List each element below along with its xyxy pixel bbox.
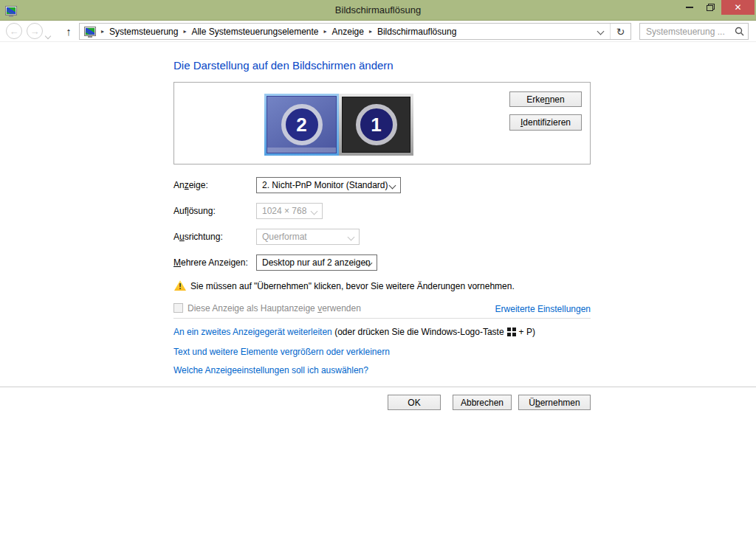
detect-button[interactable]: Erkennen	[509, 91, 582, 107]
monitor-1-thumbnail[interactable]: 1	[339, 94, 413, 156]
advanced-settings-link[interactable]: Erweiterte Einstellungen	[495, 304, 591, 314]
project-to-second-display-link[interactable]: An ein zweites Anzeigegerät weiterleiten	[173, 327, 332, 337]
multiple-displays-label: Mehrere Anzeigen:	[173, 257, 248, 268]
apply-button[interactable]: Übernehmen	[518, 395, 591, 410]
refresh-button[interactable]: ↻	[610, 24, 630, 39]
identify-button[interactable]: Identifizieren	[509, 114, 582, 131]
breadcrumb-item-systemsteuerung[interactable]: Systemsteuerung	[109, 27, 178, 37]
resolution-dropdown[interactable]: 1024 × 768	[256, 203, 323, 219]
warning-text: Sie müssen auf "Übernehmen" klicken, bev…	[190, 281, 515, 291]
main-display-checkbox-label: Diese Anzeige als Hauptanzeige verwenden	[188, 303, 361, 313]
display-label: Anzeige:	[173, 180, 208, 190]
cancel-button[interactable]: Abbrechen	[453, 395, 512, 410]
monitor-2-screen: 2	[267, 96, 337, 153]
display-settings-help-link[interactable]: Welche Anzeigeeinstellungen soll ich aus…	[173, 365, 368, 375]
search-box	[639, 23, 749, 40]
windows-logo-icon	[507, 328, 516, 336]
resize-text-link[interactable]: Text und weitere Elemente vergrößern ode…	[173, 347, 390, 357]
display-settings-icon	[84, 27, 96, 36]
project-link-row: An ein zweites Anzeigegerät weiterleiten…	[173, 326, 535, 337]
multiple-displays-dropdown-value: Desktop nur auf 2 anzeigen	[262, 257, 371, 268]
main-display-checkbox[interactable]	[173, 303, 183, 313]
forward-button[interactable]: →	[27, 23, 43, 39]
breadcrumb-separator-icon: ▸	[369, 28, 372, 35]
address-dropdown-button[interactable]	[591, 29, 610, 34]
orientation-dropdown[interactable]: Querformat	[256, 229, 360, 245]
restore-button[interactable]	[700, 0, 721, 15]
ok-button[interactable]: OK	[388, 395, 441, 410]
window: Bildschirmauflösung ✕ ← → ↑ ▸ Systemsteu…	[0, 0, 756, 537]
restore-icon	[707, 4, 715, 11]
breadcrumb-item-alle-elemente[interactable]: Alle Systemsteuerungselemente	[191, 27, 318, 37]
display-dropdown[interactable]: 2. Nicht-PnP Monitor (Standard)	[256, 177, 401, 193]
breadcrumb-item-anzeige[interactable]: Anzeige	[332, 27, 364, 37]
warning-icon: !	[174, 280, 186, 291]
search-icon	[730, 27, 748, 36]
monitor-2-thumbnail[interactable]: 2	[264, 94, 339, 156]
titlebar: Bildschirmauflösung ✕	[0, 0, 756, 21]
resize-text-link-row: Text und weitere Elemente vergrößern ode…	[173, 344, 390, 358]
close-icon: ✕	[734, 2, 741, 13]
page-title: Die Darstellung auf den Bildschirmen änd…	[173, 59, 394, 72]
back-button[interactable]: ←	[6, 23, 22, 39]
section-divider	[173, 318, 591, 319]
resolution-label: Auflösung:	[173, 206, 216, 216]
toolbar: ← → ↑ ▸ Systemsteuerung ▸ Alle Systemste…	[0, 21, 756, 42]
back-icon: ←	[10, 26, 19, 37]
chevron-down-icon	[45, 33, 51, 39]
chevron-down-icon	[389, 182, 396, 190]
breadcrumb-item-bildschirmaufloesung[interactable]: Bildschirmauflösung	[377, 27, 456, 37]
recent-pages-dropdown[interactable]	[46, 28, 50, 41]
caption-buttons: ✕	[678, 0, 755, 15]
minimize-button[interactable]	[678, 0, 700, 15]
multiple-displays-dropdown[interactable]: Desktop nur auf 2 anzeigen	[256, 254, 377, 271]
monitor-preview-panel: 2 1 Erkennen Identifizieren	[173, 82, 591, 164]
orientation-label: Ausrichtung:	[173, 232, 223, 242]
chevron-down-icon	[597, 28, 604, 35]
search-input[interactable]	[640, 27, 730, 37]
monitor-1-screen: 1	[342, 97, 410, 153]
forward-icon: →	[30, 26, 40, 37]
monitor-2-taskbar	[267, 148, 336, 153]
help-link-row: Welche Anzeigeeinstellungen soll ich aus…	[173, 363, 368, 376]
chevron-down-icon	[348, 234, 355, 241]
breadcrumb-separator-icon: ▸	[324, 28, 327, 35]
breadcrumb: ▸ Systemsteuerung ▸ Alle Systemsteuerung…	[79, 23, 631, 40]
minimize-icon	[686, 7, 693, 8]
orientation-dropdown-value: Querformat	[262, 232, 307, 242]
close-button[interactable]: ✕	[721, 0, 755, 15]
display-dropdown-value: 2. Nicht-PnP Monitor (Standard)	[262, 180, 388, 190]
breadcrumb-separator-icon: ▸	[183, 28, 186, 35]
monitor-2-number: 2	[281, 104, 323, 145]
monitor-1-number: 1	[356, 104, 397, 145]
window-title: Bildschirmauflösung	[0, 0, 756, 20]
chevron-down-icon	[311, 208, 318, 215]
up-icon: ↑	[66, 25, 72, 38]
resolution-dropdown-value: 1024 × 768	[262, 206, 306, 216]
footer-divider	[0, 387, 756, 387]
breadcrumb-separator-icon: ▸	[101, 28, 104, 35]
refresh-icon: ↻	[616, 26, 625, 38]
up-button[interactable]: ↑	[62, 23, 75, 39]
